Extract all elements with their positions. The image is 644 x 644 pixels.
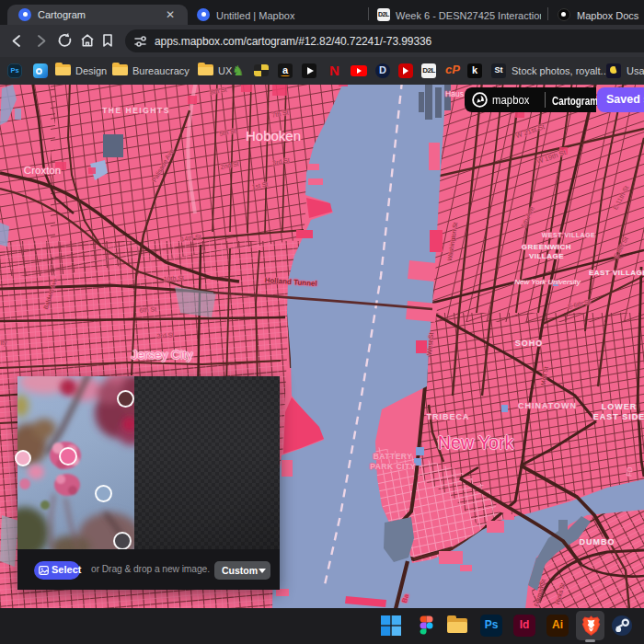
svg-text:FD: FD (626, 466, 635, 477)
svg-text:New York: New York (438, 432, 514, 453)
svg-text:EAST SIDE: EAST SIDE (593, 412, 644, 421)
svg-text:Croxton: Croxton (24, 165, 61, 176)
svg-text:TRIBECA: TRIBECA (427, 412, 470, 421)
svg-text:BATTERY: BATTERY (374, 452, 413, 461)
svg-text:LOWER: LOWER (602, 402, 638, 411)
svg-text:WEST VILLAGE: WEST VILLAGE (542, 232, 596, 238)
svg-text:Jersey City: Jersey City (132, 348, 193, 362)
svg-text:DUMBO: DUMBO (580, 537, 615, 546)
svg-text:ity: ity (1, 339, 8, 347)
svg-text:GREENWICH: GREENWICH (522, 243, 571, 251)
svg-text:SOHO: SOHO (515, 339, 544, 348)
svg-text:3rd St: 3rd St (156, 331, 174, 339)
svg-text:Haus: Haus (445, 89, 464, 98)
svg-text:New York University: New York University (514, 278, 581, 286)
svg-text:PARK CITY: PARK CITY (370, 462, 416, 471)
svg-text:6th St: 6th St (139, 305, 156, 313)
svg-text:EAST VILLAGE: EAST VILLAGE (589, 269, 644, 277)
svg-text:CHINATOWN: CHINATOWN (518, 401, 577, 410)
svg-text:THE HEIGHTS: THE HEIGHTS (102, 106, 170, 115)
svg-text:VILLAGE: VILLAGE (529, 252, 564, 260)
svg-text:Hoboken: Hoboken (246, 128, 301, 144)
